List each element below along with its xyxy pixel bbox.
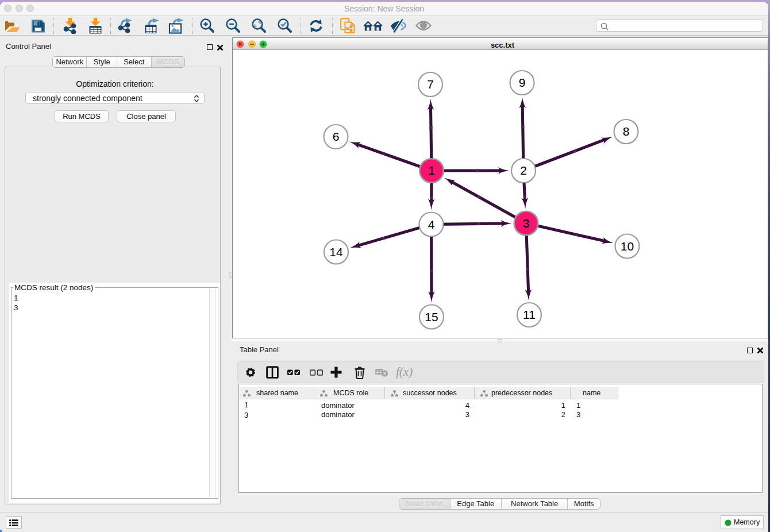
svg-text:10: 10 — [621, 240, 634, 253]
svg-text:11: 11 — [523, 308, 536, 321]
svg-text:2: 2 — [520, 164, 527, 177]
svg-text:14: 14 — [329, 245, 343, 259]
svg-text:3: 3 — [523, 217, 530, 230]
svg-text:6: 6 — [333, 130, 340, 143]
svg-text:9: 9 — [519, 76, 526, 89]
svg-text:7: 7 — [427, 78, 434, 91]
svg-text:8: 8 — [623, 125, 630, 138]
svg-text:4: 4 — [428, 218, 435, 231]
svg-text:1: 1 — [428, 164, 435, 177]
svg-text:15: 15 — [425, 310, 438, 323]
